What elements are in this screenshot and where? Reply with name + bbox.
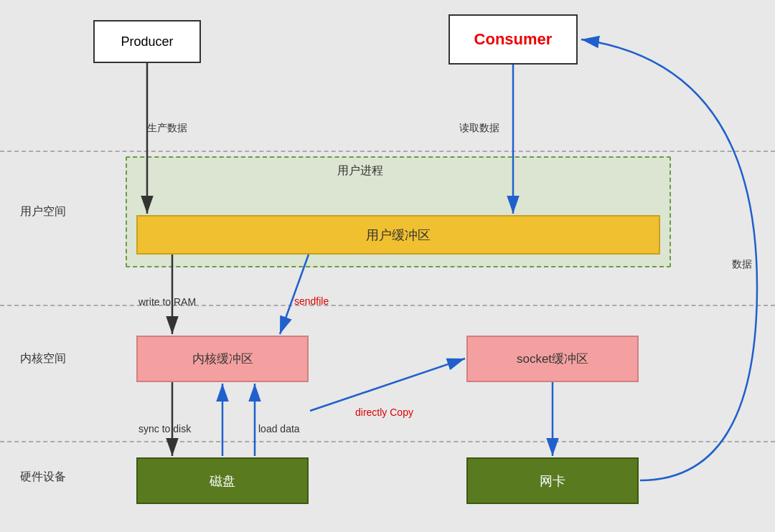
consumer-label: Consumer (474, 30, 553, 49)
producer-label: Producer (121, 34, 173, 49)
disk-box: 磁盘 (136, 457, 309, 504)
svg-line-10 (310, 358, 465, 411)
divider-middle (0, 305, 775, 306)
data-label: 数据 (732, 258, 752, 271)
directly-copy-label: directly Copy (355, 407, 413, 418)
read-data-label: 读取数据 (459, 122, 499, 135)
producer-box: Producer (93, 20, 201, 63)
diagram-container: 用户空间 内核空间 硬件设备 Producer Consumer 用户进程 用户… (0, 0, 775, 532)
user-process-label: 用户进程 (337, 163, 383, 179)
hardware-label: 硬件设备 (20, 470, 66, 485)
disk-label: 磁盘 (210, 472, 235, 490)
write-to-ram-label: write to RAM (138, 296, 196, 308)
produce-data-label: 生产数据 (147, 122, 187, 135)
user-buffer: 用户缓冲区 (136, 215, 660, 255)
divider-top (0, 151, 775, 152)
sync-to-disk-label: sync to disk (138, 423, 191, 434)
consumer-box: Consumer (448, 14, 578, 65)
socket-buffer: socket缓冲区 (466, 336, 639, 382)
kernel-space-label: 内核空间 (20, 351, 66, 366)
divider-bottom (0, 441, 775, 442)
nic-label: 网卡 (540, 472, 565, 490)
kernel-buffer-label: 内核缓冲区 (192, 351, 253, 367)
load-data-label: load data (258, 423, 300, 434)
user-buffer-label: 用户缓冲区 (366, 227, 431, 244)
user-space-label: 用户空间 (20, 204, 66, 219)
sendfile-label: sendfile (294, 295, 329, 307)
socket-buffer-label: socket缓冲区 (517, 351, 588, 367)
kernel-buffer: 内核缓冲区 (136, 336, 309, 382)
nic-box: 网卡 (466, 457, 639, 504)
